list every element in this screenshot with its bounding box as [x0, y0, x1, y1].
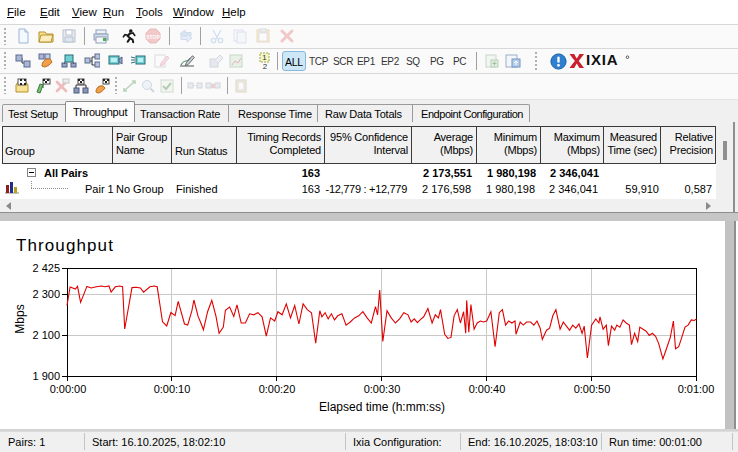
svg-text:2: 2	[263, 62, 268, 70]
svg-text:IXIA: IXIA	[586, 53, 618, 68]
svg-text:STOP: STOP	[146, 34, 160, 40]
svg-text:1: 1	[262, 53, 267, 62]
